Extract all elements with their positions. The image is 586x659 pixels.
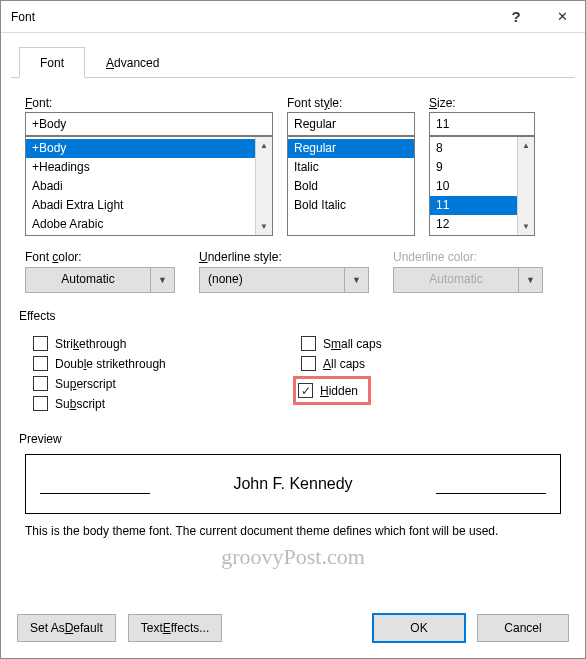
font-dialog: Font ? ✕ Font Advanced Font: +Body +Head… (0, 0, 586, 659)
smallcaps-checkbox[interactable]: Small caps (301, 336, 561, 351)
preview-box: John F. Kennedy (25, 454, 561, 514)
scroll-down-icon[interactable]: ▼ (256, 218, 272, 235)
chevron-down-icon: ▼ (518, 268, 542, 292)
fontstyle-input[interactable] (287, 112, 415, 136)
preview-line (40, 493, 150, 494)
dblstrike-checkbox[interactable]: Double strikethrough (33, 356, 293, 371)
list-item[interactable]: Abadi (26, 177, 272, 196)
hidden-highlight: Hidden (293, 376, 371, 405)
cancel-button[interactable]: Cancel (477, 614, 569, 642)
scroll-up-icon[interactable]: ▲ (256, 137, 272, 154)
list-item[interactable]: Regular (288, 139, 414, 158)
scrollbar[interactable]: ▲▼ (255, 137, 272, 235)
chevron-down-icon[interactable]: ▼ (150, 268, 174, 292)
preview-text: John F. Kennedy (233, 475, 352, 493)
font-label: Font: (25, 96, 273, 110)
footer: Set As Default Text Effects... OK Cancel (1, 602, 585, 658)
list-item[interactable]: Bold (288, 177, 414, 196)
underlinecolor-combo: Automatic ▼ (393, 267, 543, 293)
list-item[interactable]: Bold Italic (288, 196, 414, 215)
chevron-down-icon[interactable]: ▼ (344, 268, 368, 292)
fontstyle-listbox[interactable]: Regular Italic Bold Bold Italic (287, 136, 415, 236)
hidden-checkbox[interactable]: Hidden (298, 383, 358, 398)
set-default-button[interactable]: Set As Default (17, 614, 116, 642)
underlinestyle-value: (none) (200, 268, 344, 292)
font-input[interactable] (25, 112, 273, 136)
content: Font: +Body +Headings Abadi Abadi Extra … (1, 78, 585, 602)
list-item[interactable]: Adobe Arabic (26, 215, 272, 234)
text-effects-button[interactable]: Text Effects... (128, 614, 223, 642)
scroll-up-icon[interactable]: ▲ (518, 137, 534, 154)
strikethrough-checkbox[interactable]: Strikethrough (33, 336, 293, 351)
preview-label: Preview (19, 432, 561, 446)
preview-line (436, 493, 546, 494)
preview-description: This is the body theme font. The current… (25, 524, 561, 538)
underlinestyle-label: Underline style: (199, 250, 379, 264)
list-item[interactable]: +Body (26, 139, 272, 158)
allcaps-checkbox[interactable]: All caps (301, 356, 561, 371)
size-label: Size: (429, 96, 535, 110)
fontstyle-label: Font style: (287, 96, 415, 110)
font-listbox[interactable]: +Body +Headings Abadi Abadi Extra Light … (25, 136, 273, 236)
size-input[interactable] (429, 112, 535, 136)
tab-bar: Font Advanced (19, 47, 585, 77)
list-item[interactable]: +Headings (26, 158, 272, 177)
underlinestyle-combo[interactable]: (none) ▼ (199, 267, 369, 293)
size-listbox[interactable]: 8 9 10 11 12 ▲▼ (429, 136, 535, 236)
titlebar: Font ? ✕ (1, 1, 585, 33)
superscript-checkbox[interactable]: Superscript (33, 376, 293, 391)
tab-font[interactable]: Font (19, 47, 85, 78)
fontcolor-value: Automatic (26, 268, 150, 292)
fontcolor-label: Font color: (25, 250, 185, 264)
help-button[interactable]: ? (493, 1, 539, 33)
underlinecolor-label: Underline color: (393, 250, 543, 264)
tab-advanced[interactable]: Advanced (85, 47, 180, 77)
effects-label: Effects (19, 309, 561, 323)
scrollbar[interactable]: ▲▼ (517, 137, 534, 235)
tab-separator (11, 77, 575, 78)
close-button[interactable]: ✕ (539, 1, 585, 33)
window-title: Font (11, 10, 493, 24)
ok-button[interactable]: OK (373, 614, 465, 642)
underlinecolor-value: Automatic (394, 268, 518, 292)
fontcolor-combo[interactable]: Automatic ▼ (25, 267, 175, 293)
list-item[interactable]: Italic (288, 158, 414, 177)
list-item[interactable]: Abadi Extra Light (26, 196, 272, 215)
subscript-checkbox[interactable]: Subscript (33, 396, 293, 411)
watermark: groovyPost.com (25, 544, 561, 570)
scroll-down-icon[interactable]: ▼ (518, 218, 534, 235)
effects-group: Strikethrough Double strikethrough Super… (25, 331, 561, 416)
